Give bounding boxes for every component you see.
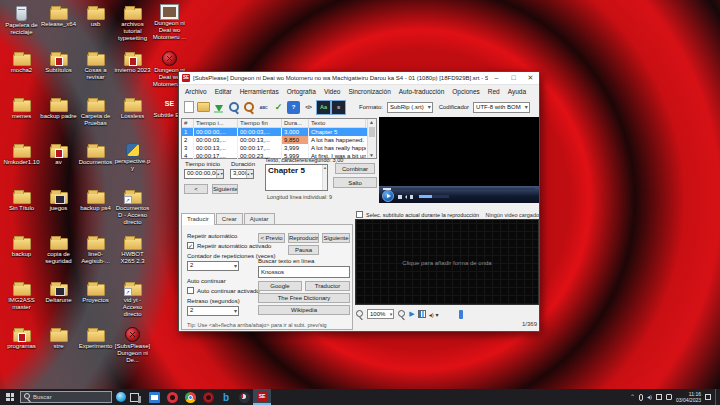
new-file-icon[interactable] — [182, 101, 195, 114]
title-bar[interactable]: SE [SubsPlease] Dungeon ni Deai wo Motom… — [179, 72, 539, 85]
desktop-icon[interactable]: Documentos D - Acceso directo — [114, 187, 151, 233]
source-view-icon[interactable]: </> — [302, 101, 315, 114]
auto-continue-checkbox[interactable] — [187, 287, 194, 294]
desktop-icon[interactable]: Lossless — [114, 95, 151, 141]
waveform-play-icon[interactable]: ▶ — [409, 309, 414, 319]
zoom-in-icon[interactable] — [397, 310, 406, 319]
col-duration[interactable]: Dura... — [282, 119, 309, 127]
previous-subtitle-button[interactable]: < Previo — [184, 184, 208, 194]
show-desktop-button[interactable] — [715, 389, 718, 405]
menu-item[interactable]: Herramientas — [236, 85, 283, 98]
desktop-icon[interactable]: Sin Título — [3, 187, 40, 233]
properties-icon[interactable]: ≡ — [332, 101, 345, 114]
desktop-icon[interactable]: copia de seguridad — [40, 233, 77, 279]
close-button[interactable]: ✕ — [522, 72, 539, 85]
pinned-app[interactable] — [181, 389, 199, 405]
col-start[interactable]: Tiempo i... — [194, 119, 238, 127]
network-icon[interactable] — [656, 394, 662, 400]
delay-select[interactable]: 2 — [187, 306, 239, 316]
volume-slider[interactable] — [419, 195, 449, 198]
subtitle-list[interactable]: # Tiempo i... Tiempo fin Dura... Texto 1… — [181, 118, 377, 159]
help-icon[interactable]: ? — [287, 101, 300, 114]
desktop-icon[interactable]: Cosas a revisar — [77, 49, 114, 95]
menu-item[interactable]: Red — [484, 85, 504, 98]
action-center-icon[interactable] — [705, 394, 711, 400]
subtitle-row[interactable]: 2 00:00:03,... 00:00:13,... 9,850 A lot … — [182, 136, 376, 144]
taskbar-search[interactable]: Buscar — [20, 391, 112, 403]
pinned-app[interactable]: b — [217, 389, 235, 405]
desktop-icon[interactable]: Deltarune — [40, 279, 77, 325]
subtitle-text-editor[interactable]: Chapter 5 ▲ — [265, 164, 328, 191]
desktop-icon[interactable]: Experimento — [77, 325, 114, 371]
taskbar-clock[interactable]: 11:16 03/04/2023 — [676, 391, 701, 404]
replace-icon[interactable] — [242, 101, 255, 114]
free-dictionary-button[interactable]: The Free Dictionary — [258, 293, 350, 303]
auto-repeat-checkbox[interactable]: ✓ — [187, 242, 194, 249]
desktop-icon[interactable]: backup padre — [40, 95, 77, 141]
waveform-volume-icon[interactable]: ◂) ▾ — [429, 311, 439, 318]
search-online-input[interactable]: Knossos — [258, 266, 350, 278]
desktop-icon[interactable]: HWBOT X265 2.3 — [114, 233, 151, 279]
tab-crear[interactable]: Crear — [216, 213, 243, 224]
textarea-scrollbar[interactable]: ▲ — [322, 165, 327, 190]
desktop-icon[interactable]: line0-Aegisub-... — [77, 233, 114, 279]
play-prev-button[interactable]: < Previo — [258, 233, 285, 243]
menu-item[interactable]: Sincronización — [344, 85, 394, 98]
desktop-icon[interactable]: [SubsPlease] Dungeon ni De... — [114, 325, 151, 371]
play-button[interactable] — [382, 190, 394, 202]
menu-item[interactable]: Auto-traducción — [395, 85, 449, 98]
desktop-icon[interactable]: archivos tutorial typesetting par... — [114, 3, 151, 49]
desktop-icon[interactable]: programas — [3, 325, 40, 371]
desktop-icon[interactable]: juegos — [40, 187, 77, 233]
chat-icon[interactable] — [666, 394, 672, 400]
microphone-icon[interactable] — [639, 394, 643, 401]
desktop-icon[interactable]: backup ps4 — [77, 187, 114, 233]
open-file-icon[interactable] — [197, 101, 210, 114]
menu-item[interactable]: Archivo — [181, 85, 211, 98]
pinned-app[interactable] — [163, 389, 181, 405]
assa-styles-icon[interactable]: Aa — [317, 101, 330, 114]
list-scrollbar[interactable]: ▲▼ — [367, 119, 376, 158]
subtitle-row[interactable]: 3 00:00:13,... 00:00:17,... 3,999 A lot … — [182, 144, 376, 152]
task-view-icon[interactable] — [130, 393, 139, 402]
desktop-icon[interactable]: invierno 2023 — [114, 49, 151, 95]
desktop-icon[interactable]: Carpeta de Pruebas — [77, 95, 114, 141]
minimize-button[interactable]: – — [488, 72, 505, 85]
pinned-app-active[interactable]: SE — [253, 389, 271, 405]
repeat-count-select[interactable]: 2 — [187, 261, 239, 271]
play-next-button[interactable]: Siguiente > — [322, 233, 350, 243]
stop-button[interactable] — [398, 195, 402, 199]
play-current-button[interactable]: Reproducir — [288, 233, 319, 243]
desktop-icon[interactable]: Release_x64 — [40, 3, 77, 49]
desktop-icon[interactable]: av — [40, 141, 77, 187]
desktop-icon[interactable]: mocha2 — [3, 49, 40, 95]
desktop-icon[interactable]: Documentos — [77, 141, 114, 187]
desktop-icon[interactable]: backup — [3, 233, 40, 279]
menu-item[interactable]: Video — [320, 85, 345, 98]
menu-item[interactable]: Opciones — [448, 85, 483, 98]
fullscreen-button[interactable] — [410, 195, 413, 199]
col-end[interactable]: Tiempo fin — [238, 119, 282, 127]
desktop-icon[interactable]: Nmkoder1.10 — [3, 141, 40, 187]
google-translate-button[interactable]: Traductor Google — [305, 281, 350, 291]
desktop-icon[interactable]: memes — [3, 95, 40, 141]
pinned-app[interactable] — [235, 389, 253, 405]
col-text[interactable]: Texto — [309, 119, 366, 127]
auto-break-button[interactable]: Salto automático — [333, 177, 377, 188]
waveform-display[interactable]: Clique para añadir forma de onda — [355, 219, 539, 305]
desktop-icon[interactable]: stre — [40, 325, 77, 371]
find-icon[interactable] — [227, 101, 240, 114]
merge-button[interactable]: Combinar — [335, 163, 375, 174]
format-select[interactable]: SubRip (.srt) — [387, 102, 433, 113]
desktop-icon[interactable]: Dungeon ni Deai wo Motomeru ... — [151, 3, 188, 49]
seek-bar[interactable] — [383, 188, 535, 190]
zoom-out-icon[interactable] — [355, 310, 364, 319]
start-time-spinner[interactable]: 00:00:00,000 — [184, 169, 224, 179]
position-marker[interactable] — [459, 310, 463, 319]
col-number[interactable]: # — [182, 119, 194, 127]
desktop-icon[interactable]: usb — [77, 3, 114, 49]
menu-item[interactable]: Ayuda — [504, 85, 530, 98]
select-current-sub-checkbox[interactable] — [356, 211, 363, 218]
desktop-icon[interactable]: Proyectos — [77, 279, 114, 325]
desktop-icon[interactable]: Papelera de reciclaje — [3, 3, 40, 49]
